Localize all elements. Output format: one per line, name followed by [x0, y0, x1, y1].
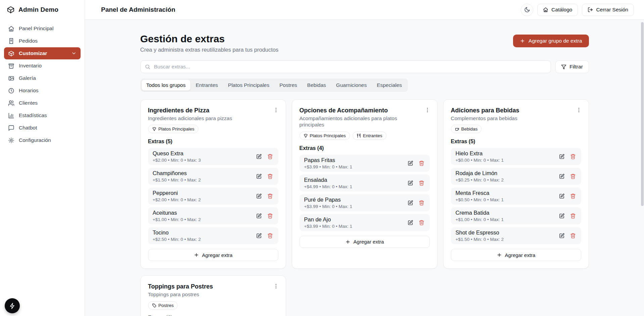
- catalog-button[interactable]: Catálogo: [537, 4, 578, 16]
- add-extra-button-label: Agregar extra: [354, 239, 384, 245]
- edit-extra-button[interactable]: [558, 212, 565, 219]
- sidebar-item-label: Inventario: [19, 63, 42, 69]
- edit-extra-button[interactable]: [256, 212, 263, 219]
- sidebar-item-clientes[interactable]: Clientes: [4, 97, 81, 109]
- tab-bebidas[interactable]: Bebidas: [303, 80, 331, 91]
- brand-logo-icon: [7, 6, 15, 14]
- group-subtitle: Acompañamientos adicionales para platos …: [300, 115, 421, 128]
- sidebar-item-estadisticas[interactable]: Estadísticas: [4, 109, 81, 121]
- sidebar-item-configuracion[interactable]: Configuración: [4, 134, 81, 146]
- edit-extra-button[interactable]: [558, 193, 565, 200]
- card-menu-button[interactable]: [272, 282, 280, 291]
- extra-details: +$0.50 • Min: 0 • Max: 1: [456, 197, 504, 202]
- add-extra-button[interactable]: Agregar extra: [148, 249, 278, 261]
- home-icon: [543, 7, 548, 12]
- extra-details: +$2.00 • Min: 0 • Max: 3: [153, 158, 201, 163]
- trash-icon: [419, 160, 424, 166]
- extra-name: Pepperoni: [153, 190, 201, 196]
- edit-extra-button[interactable]: [407, 219, 414, 226]
- home-icon: [8, 25, 14, 32]
- edit-extra-button[interactable]: [558, 232, 565, 239]
- edit-icon: [559, 173, 565, 179]
- logout-button[interactable]: Cerrar Sesión: [582, 4, 634, 16]
- delete-extra-button[interactable]: [418, 179, 425, 187]
- edit-extra-button[interactable]: [256, 193, 263, 200]
- trash-icon: [267, 193, 273, 199]
- scrollbar-thumb[interactable]: [641, 22, 644, 206]
- page-subtitle: Crea y administra extras reutilizables p…: [140, 47, 279, 53]
- sidebar-item-customizar[interactable]: Customizar: [4, 47, 81, 59]
- extras-count: Extras (4): [300, 145, 430, 151]
- sidebar-item-inventario[interactable]: Inventario: [4, 60, 81, 72]
- add-extra-button-label: Agregar extra: [505, 252, 536, 258]
- edit-extra-button[interactable]: [407, 199, 414, 206]
- filter-button-label: Filtrar: [569, 64, 583, 70]
- edit-extra-button[interactable]: [256, 153, 263, 160]
- plus-icon: [520, 38, 525, 44]
- tab-postres[interactable]: Postres: [275, 80, 302, 91]
- theme-toggle-button[interactable]: [521, 4, 533, 16]
- extra-name: Hielo Extra: [456, 150, 504, 157]
- group-title: Toppings para Postres: [148, 283, 213, 290]
- delete-extra-button[interactable]: [569, 153, 577, 160]
- edit-extra-button[interactable]: [407, 160, 414, 167]
- search-input[interactable]: [140, 60, 551, 73]
- tab-todos-los-grupos[interactable]: Todos los grupos: [142, 80, 190, 91]
- delete-extra-button[interactable]: [569, 232, 577, 239]
- delete-extra-button[interactable]: [569, 212, 577, 219]
- card-menu-button[interactable]: [575, 106, 583, 115]
- group-title: Adiciones para Bebidas: [451, 107, 519, 114]
- delete-extra-button[interactable]: [267, 153, 274, 160]
- extra-details: +$1.50 • Min: 0 • Max: 2: [153, 177, 201, 182]
- page-head: Gestión de extras Crea y administra extr…: [140, 33, 589, 53]
- edit-extra-button[interactable]: [558, 173, 565, 180]
- sidebar-item-galeria[interactable]: Galería: [4, 72, 81, 84]
- extra-name: Rodaja de Limón: [456, 170, 504, 176]
- tab-platos-principales[interactable]: Platos Principales: [223, 80, 274, 91]
- add-extra-button[interactable]: Agregar extra: [300, 236, 430, 248]
- add-extra-button[interactable]: Agregar extra: [451, 249, 581, 261]
- topbar-actions: Catálogo Cerrar Sesión: [521, 4, 634, 16]
- edit-extra-button[interactable]: [256, 173, 263, 180]
- edit-extra-button[interactable]: [407, 179, 414, 187]
- delete-extra-button[interactable]: [569, 193, 577, 200]
- edit-extra-button[interactable]: [558, 153, 565, 160]
- sidebar-item-chatbot[interactable]: Chatbot: [4, 122, 81, 134]
- group-title: Ingredientes de Pizza: [148, 107, 232, 114]
- extra-name: Shot de Espresso: [456, 229, 504, 236]
- extra-row: Papas Fritas+$3.99 • Min: 0 • Max: 1: [300, 155, 430, 172]
- delete-extra-button[interactable]: [267, 173, 274, 180]
- sidebar-item-label: Galería: [19, 75, 36, 81]
- lightning-icon: [9, 303, 16, 309]
- card-menu-button[interactable]: [424, 106, 431, 115]
- extra-row: Tocino+$2.50 • Min: 0 • Max: 2: [148, 227, 278, 244]
- topbar: Panel de Administración Catálogo Cerrar …: [85, 0, 644, 20]
- tab-entrantes[interactable]: Entrantes: [191, 80, 223, 91]
- edit-icon: [559, 213, 565, 219]
- group-title: Opciones de Acompañamiento: [300, 107, 421, 114]
- extra-row: Queso Extra+$2.00 • Min: 0 • Max: 3: [148, 148, 278, 165]
- add-group-button[interactable]: Agregar grupo de extra: [513, 35, 589, 47]
- delete-extra-button[interactable]: [418, 199, 425, 206]
- tab-guarniciones[interactable]: Guarniciones: [331, 80, 371, 91]
- delete-extra-button[interactable]: [418, 160, 425, 167]
- tab-especiales[interactable]: Especiales: [372, 80, 407, 91]
- extra-name: Queso Extra: [153, 150, 201, 157]
- sidebar-item-pedidos[interactable]: Pedidos: [4, 35, 81, 47]
- delete-extra-button[interactable]: [267, 212, 274, 219]
- sidebar-item-panel-principal[interactable]: Panel Principal: [4, 22, 81, 35]
- sidebar-item-horarios[interactable]: Horarios: [4, 85, 81, 97]
- edit-extra-button[interactable]: [256, 232, 263, 239]
- extra-name: Ensalada: [304, 177, 352, 183]
- filter-button[interactable]: Filtrar: [555, 60, 589, 73]
- badge-label: Platos Principales: [310, 133, 346, 138]
- delete-extra-button[interactable]: [569, 173, 577, 180]
- quick-actions-fab[interactable]: [5, 298, 20, 313]
- delete-extra-button[interactable]: [418, 219, 425, 226]
- delete-extra-button[interactable]: [267, 193, 274, 200]
- trash-icon: [267, 213, 273, 219]
- delete-extra-button[interactable]: [267, 232, 274, 239]
- card-menu-button[interactable]: [272, 106, 280, 115]
- trash-icon: [570, 154, 576, 159]
- extra-row: Ensalada+$4.99 • Min: 0 • Max: 1: [300, 174, 430, 192]
